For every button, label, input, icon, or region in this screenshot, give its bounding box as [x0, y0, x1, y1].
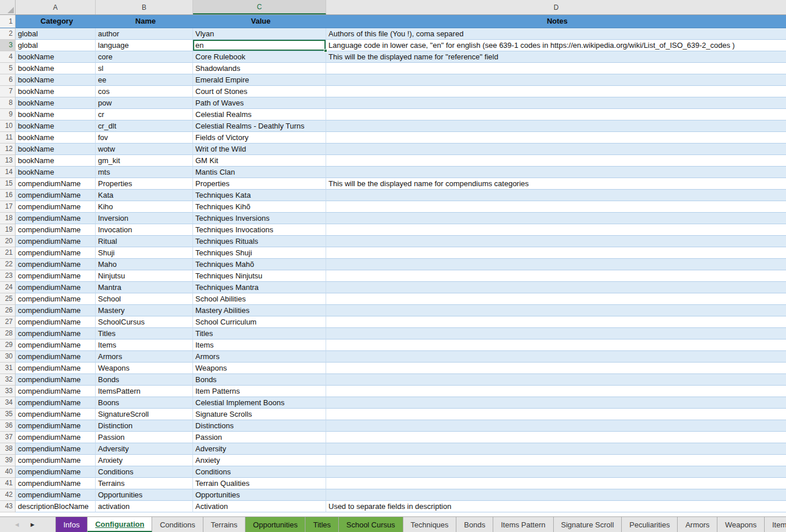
row-header[interactable]: 24 [0, 282, 16, 293]
cell-category[interactable]: compendiumName [16, 293, 96, 305]
cell-name[interactable]: Invocation [96, 224, 193, 236]
cell-name[interactable]: Properties [96, 178, 193, 190]
cell-category[interactable]: compendiumName [16, 328, 96, 339]
row-header[interactable]: 32 [0, 374, 16, 386]
cell-value[interactable]: Techniques Mantra [193, 282, 326, 293]
row-header[interactable]: 19 [0, 224, 16, 236]
cell-name[interactable]: Items [96, 339, 193, 351]
fill-handle[interactable] [324, 49, 327, 52]
row-header[interactable]: 5 [0, 63, 16, 74]
cell-category[interactable]: compendiumName [16, 420, 96, 432]
cell-value[interactable]: Titles [193, 328, 326, 339]
cell-name[interactable]: Distinction [96, 420, 193, 432]
sheet-tab-items-pattern[interactable]: Items Pattern [493, 517, 553, 532]
cell-notes[interactable] [326, 247, 786, 259]
cell-category[interactable]: global [16, 28, 96, 40]
sheet-tab-terrains[interactable]: Terrains [203, 517, 245, 532]
cell-value[interactable]: Mastery Abilities [193, 305, 326, 316]
row-header[interactable]: 7 [0, 86, 16, 97]
cell-notes[interactable] [326, 132, 786, 144]
cell-category[interactable]: compendiumName [16, 270, 96, 282]
cell-value[interactable]: Techniques Inversions [193, 213, 326, 224]
cell-notes[interactable] [326, 339, 786, 351]
sheet-tab-configuration[interactable]: Configuration [88, 517, 152, 532]
cell-name[interactable]: Titles [96, 328, 193, 339]
sheet-tab-bonds[interactable]: Bonds [456, 517, 493, 532]
cell-notes[interactable]: Language code in lower case, "en" for en… [326, 40, 786, 51]
cell-notes[interactable] [326, 236, 786, 247]
cell-notes[interactable] [326, 120, 786, 132]
cell-name[interactable]: pow [96, 97, 193, 109]
cell-value[interactable]: Distinctions [193, 420, 326, 432]
cell-value[interactable]: Properties [193, 178, 326, 190]
cell-name[interactable]: Mantra [96, 282, 193, 293]
cell-name[interactable]: Armors [96, 351, 193, 363]
row-header[interactable]: 36 [0, 420, 16, 432]
cell-category[interactable]: bookName [16, 109, 96, 120]
cell-category[interactable]: compendiumName [16, 178, 96, 190]
select-all-button[interactable] [0, 0, 16, 14]
cell-name[interactable]: Terrains [96, 478, 193, 489]
cell-category[interactable]: compendiumName [16, 489, 96, 501]
cell-notes[interactable] [326, 374, 786, 386]
cell-notes[interactable] [326, 420, 786, 432]
cell-notes[interactable] [326, 224, 786, 236]
cell-category[interactable]: compendiumName [16, 282, 96, 293]
row-header[interactable]: 30 [0, 351, 16, 363]
cell-name[interactable]: sl [96, 63, 193, 74]
cell-value[interactable]: GM Kit [193, 155, 326, 167]
row-header[interactable]: 4 [0, 51, 16, 63]
row-header[interactable]: 8 [0, 97, 16, 109]
header-cell-notes[interactable]: Notes [326, 15, 786, 28]
row-header[interactable]: 11 [0, 132, 16, 144]
cell-notes[interactable] [326, 432, 786, 443]
row-header[interactable]: 29 [0, 339, 16, 351]
cell-notes[interactable] [326, 363, 786, 374]
cell-notes[interactable]: This will be the displayed name for comp… [326, 178, 786, 190]
cell-notes[interactable] [326, 190, 786, 201]
cell-notes[interactable] [326, 478, 786, 489]
cell-category[interactable]: bookName [16, 144, 96, 155]
cell-category[interactable]: bookName [16, 132, 96, 144]
row-header[interactable]: 20 [0, 236, 16, 247]
cell-value[interactable]: Emerald Empire [193, 74, 326, 86]
row-header[interactable]: 40 [0, 466, 16, 478]
row-header[interactable]: 3 [0, 40, 16, 51]
column-header-d[interactable]: D [326, 0, 786, 14]
cell-category[interactable]: compendiumName [16, 305, 96, 316]
cell-value[interactable]: Activation [193, 501, 326, 512]
cell-value[interactable]: Mantis Clan [193, 167, 326, 178]
cell-category[interactable]: bookName [16, 51, 96, 63]
cell-value[interactable]: Fields of Victory [193, 132, 326, 144]
header-cell-name[interactable]: Name [96, 15, 193, 28]
cell-value[interactable]: Vlyan [193, 28, 326, 40]
row-header[interactable]: 33 [0, 386, 16, 397]
cell-category[interactable]: compendiumName [16, 224, 96, 236]
cell-name[interactable]: mts [96, 167, 193, 178]
cell-value[interactable]: Item Patterns [193, 386, 326, 397]
sheet-tab-opportunities[interactable]: Opportunities [245, 517, 305, 532]
cell-name[interactable]: Opportunities [96, 489, 193, 501]
row-header[interactable]: 39 [0, 455, 16, 466]
cell-value[interactable]: School Abilities [193, 293, 326, 305]
cell-name[interactable]: Boons [96, 397, 193, 409]
row-header[interactable]: 12 [0, 144, 16, 155]
cell-value[interactable]: Adversity [193, 443, 326, 455]
row-header[interactable]: 41 [0, 478, 16, 489]
cell-category[interactable]: bookName [16, 120, 96, 132]
cell-notes[interactable] [326, 409, 786, 420]
row-header[interactable]: 22 [0, 259, 16, 270]
cell-value[interactable]: Anxiety [193, 455, 326, 466]
row-header[interactable]: 16 [0, 190, 16, 201]
cell-name[interactable]: activation [96, 501, 193, 512]
cell-name[interactable]: cr [96, 109, 193, 120]
cell-category[interactable]: compendiumName [16, 466, 96, 478]
cell-category[interactable]: compendiumName [16, 374, 96, 386]
cell-notes[interactable] [326, 259, 786, 270]
cell-name[interactable]: SignatureScroll [96, 409, 193, 420]
sheet-tab-school-cursus[interactable]: School Cursus [339, 517, 403, 532]
column-header-a[interactable]: A [16, 0, 96, 14]
column-header-c[interactable]: C [193, 0, 326, 14]
cell-category[interactable]: compendiumName [16, 316, 96, 328]
cell-notes[interactable] [326, 270, 786, 282]
